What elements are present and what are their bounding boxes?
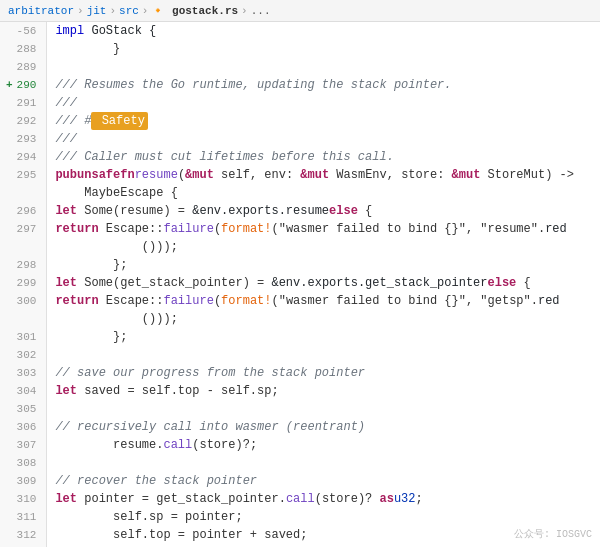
line-number: 301 — [6, 328, 40, 346]
line-number: 307 — [6, 436, 40, 454]
line-numbers: -56288289+290291292293294295296297298299… — [0, 22, 47, 547]
line-number: +290 — [6, 76, 40, 94]
code-line — [55, 58, 600, 76]
code-line: return Escape::failure(format!("wasmer f… — [55, 292, 600, 310]
code-line: ())); — [55, 310, 600, 328]
code-line: } — [55, 40, 600, 58]
line-number: 305 — [6, 400, 40, 418]
breadcrumb-item-src[interactable]: src — [119, 5, 139, 17]
code-line: self.sp = pointer; — [55, 508, 600, 526]
code-container: -56288289+290291292293294295296297298299… — [0, 22, 600, 547]
code-line: MaybeEscape { — [55, 184, 600, 202]
breadcrumb-item-jit[interactable]: jit — [87, 5, 107, 17]
line-number: 293 — [6, 130, 40, 148]
line-number: 297 — [6, 220, 40, 238]
line-number: 306 — [6, 418, 40, 436]
line-number: 311 — [6, 508, 40, 526]
line-number: 310 — [6, 490, 40, 508]
code-line: let Some(get_stack_pointer) = &env.expor… — [55, 274, 600, 292]
line-number: 289 — [6, 58, 40, 76]
line-number: 312 — [6, 526, 40, 544]
line-number: 304 — [6, 382, 40, 400]
code-line: let saved = self.top - self.sp; — [55, 382, 600, 400]
code-line: Ok(()) — [55, 544, 600, 547]
line-number — [6, 310, 40, 328]
code-line: ())); — [55, 238, 600, 256]
code-line — [55, 400, 600, 418]
code-line — [55, 346, 600, 364]
code-content: impl GoStack { } /// Resumes the Go runt… — [47, 22, 600, 547]
line-number: 309 — [6, 472, 40, 490]
code-line: // recover the stack pointer — [55, 472, 600, 490]
code-line: let pointer = get_stack_pointer.call(sto… — [55, 490, 600, 508]
line-number: 313 — [6, 544, 40, 547]
code-line: impl GoStack { — [55, 22, 600, 40]
code-line: /// Caller must cut lifetimes before thi… — [55, 148, 600, 166]
code-line: // recursively call into wasmer (reentra… — [55, 418, 600, 436]
line-number: 292 — [6, 112, 40, 130]
code-line: }; — [55, 256, 600, 274]
line-number: 302 — [6, 346, 40, 364]
code-line: resume.call(store)?; — [55, 436, 600, 454]
line-number: 300 — [6, 292, 40, 310]
line-number — [6, 238, 40, 256]
watermark: 公众号: IOSGVC — [514, 527, 592, 541]
code-line: // save our progress from the stack poin… — [55, 364, 600, 382]
code-line: pub unsafe fn resume(&mut self, env: &mu… — [55, 166, 600, 184]
code-line: }; — [55, 328, 600, 346]
code-line: let Some(resume) = &env.exports.resume e… — [55, 202, 600, 220]
breadcrumb-bar: arbitrator › jit › src › 🔸 gostack.rs › … — [0, 0, 600, 22]
line-number: 288 — [6, 40, 40, 58]
line-number — [6, 184, 40, 202]
code-line: /// — [55, 94, 600, 112]
line-number: 295 — [6, 166, 40, 184]
code-line: /// — [55, 130, 600, 148]
line-number: 299 — [6, 274, 40, 292]
line-number: 308 — [6, 454, 40, 472]
line-number: 294 — [6, 148, 40, 166]
breadcrumb-item-file[interactable]: 🔸 gostack.rs — [151, 4, 238, 17]
line-number: 298 — [6, 256, 40, 274]
code-line: /// # Safety — [55, 112, 600, 130]
line-number: 291 — [6, 94, 40, 112]
code-line: /// Resumes the Go runtime, updating the… — [55, 76, 600, 94]
line-number: -56 — [6, 22, 40, 40]
breadcrumb-item-more: ... — [251, 5, 271, 17]
line-number: 303 — [6, 364, 40, 382]
line-number: 296 — [6, 202, 40, 220]
code-line — [55, 454, 600, 472]
breadcrumb-item-arbitrator[interactable]: arbitrator — [8, 5, 74, 17]
code-line: return Escape::failure(format!("wasmer f… — [55, 220, 600, 238]
